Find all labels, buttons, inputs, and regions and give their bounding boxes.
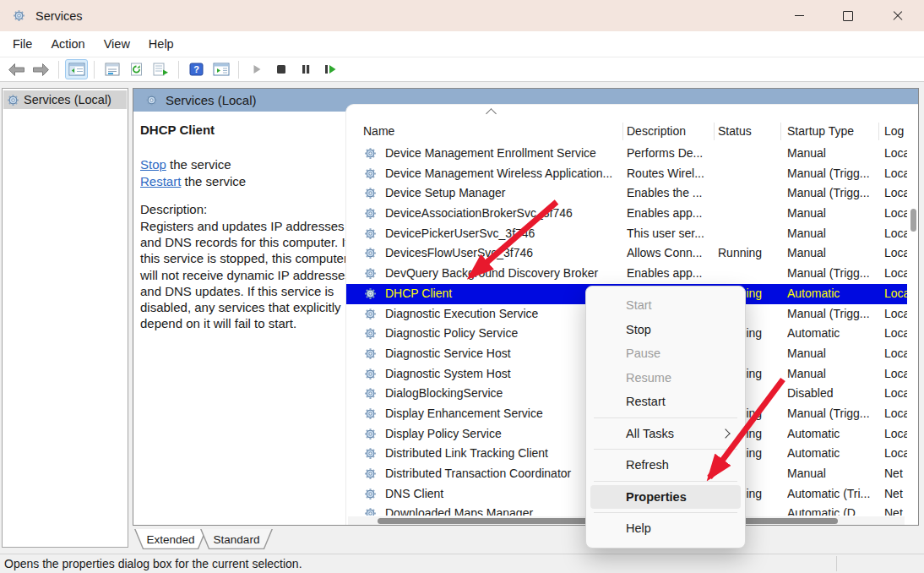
cell-startup: Automatic [787,324,877,344]
maximize-icon [843,11,853,21]
service-row-5[interactable]: DevicesFlowUserSvc_3f746Allows Conn...Ru… [346,243,907,264]
toolbar-separator [178,61,179,79]
context-menu: StartStopPauseResumeRestartAll TasksRefr… [585,286,746,548]
cell-logon: Loca [884,224,907,244]
window-title: Services [35,9,83,23]
minimize-button[interactable] [780,0,818,31]
close-button[interactable] [878,0,917,31]
cell-startup: Manual (Trigg... [787,264,877,284]
context-menu-item-help[interactable]: Help [590,516,741,541]
context-menu-item-resume[interactable]: Resume [590,366,741,390]
column-divider[interactable] [878,123,879,140]
cell-description: Performs De... [627,144,712,164]
cell-startup: Manual (Trigg... [787,304,877,325]
show-console-tree-button[interactable] [65,59,88,79]
cell-name: Device Management Wireless Application..… [385,164,625,184]
back-button[interactable] [5,59,28,79]
services-gear-icon [13,9,25,22]
cell-startup: Manual (Trigg... [787,183,877,204]
refresh-button[interactable] [125,59,148,79]
context-menu-item-refresh[interactable]: Refresh [590,453,741,478]
tab-standard[interactable]: Standard [200,529,273,549]
menubar: FileActionViewHelp [0,31,924,57]
selected-service-title: DHCP Client [140,123,215,137]
restart-service-button[interactable] [318,59,341,79]
column-divider[interactable] [714,123,715,140]
cell-logon: Loca [884,424,907,445]
action-pane-button[interactable] [209,59,232,79]
service-gear-icon [364,447,377,460]
help-button[interactable]: ? [185,59,208,79]
context-menu-item-start[interactable]: Start [590,293,741,318]
tab-extended[interactable]: Extended [134,529,207,549]
vertical-scrollbar-thumb[interactable] [910,209,916,232]
forward-icon [32,63,50,77]
stop-service-button[interactable] [269,59,292,79]
properties-button[interactable] [101,59,123,79]
service-gear-icon [364,287,377,300]
service-gear-icon [364,407,377,420]
tree-item-services-local[interactable]: Services (Local) [3,90,127,109]
column-header-log-on-as[interactable]: Log [884,120,904,142]
description-text: Registers and updates IP addresses and D… [140,218,358,331]
menu-view[interactable]: View [95,35,139,53]
service-row-3[interactable]: DeviceAssociationBrokerSvc_3f746Enables … [346,204,907,224]
maximize-button[interactable] [829,0,867,31]
cell-startup: Disabled [787,384,877,404]
cell-startup: Manual [787,364,877,385]
minimize-icon [795,15,804,16]
service-gear-icon [364,267,377,280]
restart-service-link[interactable]: Restart [140,174,181,188]
forward-button[interactable] [30,59,52,79]
stop-service-link[interactable]: Stop [140,157,166,172]
column-header-startup-type[interactable]: Startup Type [787,120,854,142]
services-window: Services FileActionViewHelp ? Services (… [0,0,924,573]
cell-name: Device Management Enrollment Service [385,144,625,164]
export-list-button[interactable] [149,59,172,79]
column-header-status[interactable]: Status [718,120,752,142]
service-row-0[interactable]: Device Management Enrollment ServicePerf… [346,144,907,164]
service-action-links: Stop the service Restart the service [140,156,246,189]
context-menu-item-properties[interactable]: Properties [590,485,741,510]
context-menu-item-all-tasks[interactable]: All Tasks [590,422,741,446]
column-header-name[interactable]: Name [363,120,394,142]
cell-description: This user ser... [627,224,712,244]
cell-startup: Manual [787,464,877,484]
status-bar-text: Opens the properties dialog box for the … [4,556,302,571]
toolbar-separator [238,61,239,79]
console-tree-panel: Services (Local) [2,88,128,548]
service-row-6[interactable]: DevQuery Background Discovery BrokerEnab… [346,264,907,284]
menu-help[interactable]: Help [139,35,183,53]
service-gear-icon [364,308,377,320]
column-header-description[interactable]: Description [627,120,686,142]
start-service-button[interactable] [245,59,268,79]
cell-logon: Net [884,464,907,484]
service-gear-icon [364,207,377,220]
back-icon [8,63,25,77]
toolbar: ? [0,57,924,82]
cell-logon: Loca [884,364,907,385]
menu-separator [594,512,737,513]
context-menu-item-restart[interactable]: Restart [590,390,741,414]
submenu-chevron-icon [720,428,730,438]
toolbar-separator [58,61,59,79]
cell-logon: Loca [884,404,907,424]
menu-action[interactable]: Action [41,35,94,53]
column-divider[interactable] [780,123,781,140]
list-header: Name Description Status Startup Type Log [346,120,907,142]
sort-ascending-icon [486,108,497,119]
menu-file[interactable]: File [3,35,41,53]
refresh-icon [129,63,144,76]
context-menu-item-stop[interactable]: Stop [590,318,741,342]
service-row-4[interactable]: DevicePickerUserSvc_3f746This user ser..… [346,224,907,244]
cell-startup: Automatic (D... [787,504,877,516]
restart-icon [323,63,337,75]
cell-logon: Loca [884,204,907,224]
tree-item-label: Services (Local) [24,93,111,106]
cell-description: Enables app... [627,204,712,224]
service-row-1[interactable]: Device Management Wireless Application..… [346,164,907,184]
column-divider[interactable] [622,123,623,140]
context-menu-item-pause[interactable]: Pause [590,341,741,366]
pause-service-button[interactable] [294,59,317,79]
service-row-2[interactable]: Device Setup ManagerEnables the ...Manua… [346,183,907,204]
